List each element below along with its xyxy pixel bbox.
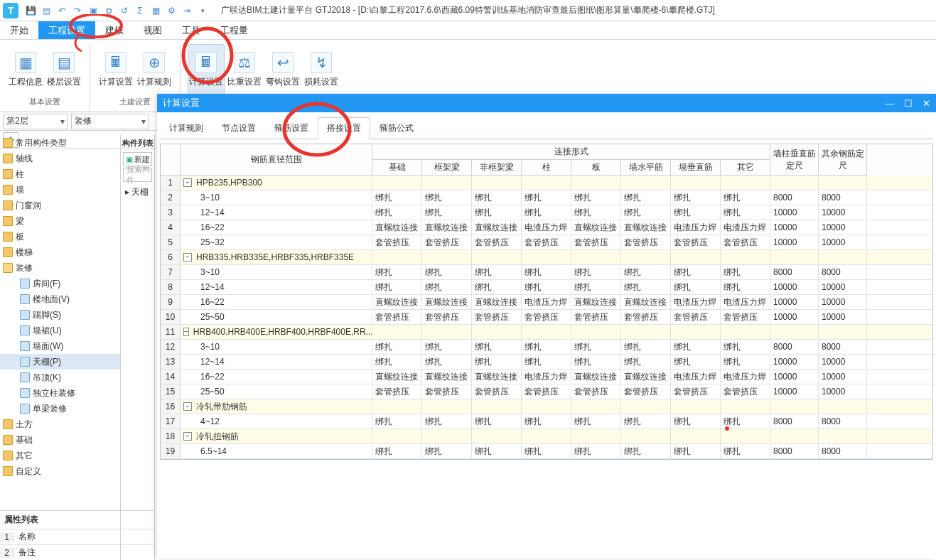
grid-row-10[interactable]: 1025~50套管挤压套管挤压套管挤压套管挤压套管挤压套管挤压套管挤压套管挤压1… xyxy=(161,310,932,325)
dropdown-icon[interactable]: ▾ xyxy=(197,5,208,16)
nav-楼地面(V)[interactable]: 楼地面(V) xyxy=(0,291,120,307)
nav-单梁装修[interactable]: 单梁装修 xyxy=(0,401,120,416)
folder-icon xyxy=(3,451,13,461)
search-component[interactable]: 搜索构件 xyxy=(123,168,152,182)
grid-icon[interactable]: ▦ xyxy=(150,5,161,16)
grid-row-13[interactable]: 1312~14绑扎绑扎绑扎绑扎绑扎绑扎绑扎绑扎1000010000 xyxy=(161,355,932,370)
tab-node[interactable]: 节点设置 xyxy=(213,117,265,139)
btn-hook[interactable]: ↩弯钩设置 xyxy=(264,44,301,95)
grid-row-5[interactable]: 525~32套管挤压套管挤压套管挤压套管挤压套管挤压套管挤压套管挤压套管挤压10… xyxy=(161,235,932,250)
rules-icon: ⊕ xyxy=(144,52,165,73)
menu-start[interactable]: 开始 xyxy=(0,21,38,39)
nav-其它[interactable]: 其它 xyxy=(0,448,120,463)
folder-icon xyxy=(3,185,13,195)
folder-icon xyxy=(20,310,30,320)
win-min-icon[interactable]: — xyxy=(885,98,894,109)
settings-icon[interactable]: ⚙ xyxy=(166,5,177,16)
btn-weight[interactable]: ⚖比重设置 xyxy=(226,44,263,95)
grid-row-11[interactable]: 11−HRB400,HRB400E,HRBF400,HRBF400E,RR... xyxy=(161,325,932,340)
grid-row-17[interactable]: 174~12绑扎绑扎绑扎绑扎绑扎绑扎绑扎绑扎80008000 xyxy=(161,414,932,429)
grid-row-7[interactable]: 73~10绑扎绑扎绑扎绑扎绑扎绑扎绑扎绑扎80008000 xyxy=(161,265,932,280)
btn-calc-rules[interactable]: ⊕计算规则 xyxy=(136,44,173,95)
redo-icon[interactable]: ↷ xyxy=(72,5,83,16)
btn-floor-settings[interactable]: ▤楼层设置 xyxy=(45,44,82,95)
nav-柱[interactable]: 柱 xyxy=(0,166,120,182)
grid-row-6[interactable]: 6−HRB335,HRB335E,HRBF335,HRBF335E xyxy=(161,250,932,265)
folder-icon xyxy=(3,200,13,210)
grid-row-12[interactable]: 123~10绑扎绑扎绑扎绑扎绑扎绑扎绑扎绑扎80008000 xyxy=(161,340,932,355)
menu-project-settings[interactable]: 工程设置 xyxy=(38,21,95,39)
grid-row-1[interactable]: 1−HPB235,HPB300 xyxy=(161,176,932,190)
grid-row-14[interactable]: 1416~22直螺纹连接直螺纹连接直螺纹连接电渣压力焊直螺纹连接直螺纹连接电渣压… xyxy=(161,370,932,384)
grid-row-19[interactable]: 196.5~14绑扎绑扎绑扎绑扎绑扎绑扎绑扎绑扎80008000 xyxy=(161,444,932,459)
annotation-dot xyxy=(725,426,729,431)
calc-tabs: 计算规则 节点设置 箍筋设置 搭接设置 箍筋公式 xyxy=(160,118,933,139)
nav-墙面(W)[interactable]: 墙面(W) xyxy=(0,338,120,354)
win-close-icon[interactable]: ✕ xyxy=(922,98,930,109)
tab-calc-rule[interactable]: 计算规则 xyxy=(160,117,213,139)
grid-row-18[interactable]: 18−冷轧扭钢筋 xyxy=(161,429,932,444)
grid-row-16[interactable]: 16−冷轧带肋钢筋 xyxy=(161,399,932,414)
grid-row-3[interactable]: 312~14绑扎绑扎绑扎绑扎绑扎绑扎绑扎绑扎1000010000 xyxy=(161,205,932,220)
sum-icon[interactable]: Σ xyxy=(134,5,146,16)
nav-楼梯[interactable]: 楼梯 xyxy=(0,244,120,260)
btn-calc-settings-civil[interactable]: 🖩计算设置 xyxy=(97,44,134,95)
menu-quantity[interactable]: 工程量 xyxy=(210,21,258,39)
btn-loss[interactable]: ↯损耗设置 xyxy=(303,44,340,95)
nav-土方[interactable]: 土方 xyxy=(0,416,120,432)
tree-icon[interactable]: ▣ xyxy=(87,5,99,16)
folder-icon xyxy=(3,232,13,242)
nav-门窗洞[interactable]: 门窗洞 xyxy=(0,198,120,213)
save-icon[interactable]: 💾 xyxy=(25,5,36,16)
grid-header: 钢筋直径范围 连接形式 基础 框架梁 非框架梁 柱 板 墙水平筋 墙垂直筋 其它 xyxy=(161,144,932,176)
win-max-icon[interactable]: ☐ xyxy=(904,98,913,109)
folder-icon xyxy=(3,247,13,257)
nav-基础[interactable]: 基础 xyxy=(0,432,120,448)
titlebar: T 💾 ▤ ↶ ↷ ▣ ⧉ ↺ Σ ▦ ⚙ ⇥ ▾ 广联达BIM土建计量平台 G… xyxy=(0,0,936,21)
folder-icon xyxy=(20,325,30,335)
menu-modeling[interactable]: 建模 xyxy=(95,21,134,39)
new-icon[interactable]: ▤ xyxy=(41,5,52,16)
tab-stirrup[interactable]: 箍筋设置 xyxy=(265,117,318,139)
loss-icon: ↯ xyxy=(311,52,332,73)
btn-calc-settings-rebar[interactable]: 🖩计算设置 xyxy=(188,44,225,95)
menu-view[interactable]: 视图 xyxy=(134,21,172,39)
nav-独立柱装修[interactable]: 独立柱装修 xyxy=(0,385,120,401)
nav-装修[interactable]: 装修 xyxy=(0,260,120,276)
component-tree-root[interactable]: ▸ 天棚 xyxy=(121,183,154,201)
nav-天棚(P)[interactable]: 天棚(P) xyxy=(0,354,120,370)
folder-icon xyxy=(3,263,13,273)
nav-房间(F)[interactable]: 房间(F) xyxy=(0,276,120,291)
btn-project-info[interactable]: ▦工程信息 xyxy=(7,44,44,95)
tab-formula[interactable]: 箍筋公式 xyxy=(370,117,423,139)
undo-icon[interactable]: ↶ xyxy=(56,5,68,16)
nav-自定义[interactable]: 自定义 xyxy=(0,463,120,479)
folder-icon xyxy=(20,388,30,398)
grid-row-8[interactable]: 812~14绑扎绑扎绑扎绑扎绑扎绑扎绑扎绑扎1000010000 xyxy=(161,280,932,295)
nav-常用构件类型[interactable]: 常用构件类型 xyxy=(0,135,120,151)
export-icon[interactable]: ⇥ xyxy=(181,5,193,16)
tab-lap[interactable]: 搭接设置 xyxy=(318,117,370,139)
grid-row-2[interactable]: 23~10绑扎绑扎绑扎绑扎绑扎绑扎绑扎绑扎80008000 xyxy=(161,190,932,205)
prop-row-1[interactable]: 1名称 xyxy=(0,529,155,544)
grid-row-9[interactable]: 916~22直螺纹连接直螺纹连接直螺纹连接电渣压力焊直螺纹连接直螺纹连接电渣压力… xyxy=(161,295,932,310)
folder-icon xyxy=(20,279,30,289)
nav-吊顶(K)[interactable]: 吊顶(K) xyxy=(0,370,120,385)
nav-轴线[interactable]: 轴线 xyxy=(0,151,120,166)
nav-踢脚(S)[interactable]: 踢脚(S) xyxy=(0,307,120,323)
floor-combo[interactable]: 第2层▾ xyxy=(3,114,68,129)
nav-墙裙(U)[interactable]: 墙裙(U) xyxy=(0,323,120,338)
nav-梁[interactable]: 梁 xyxy=(0,213,120,229)
grid-row-15[interactable]: 1525~50套管挤压套管挤压套管挤压套管挤压套管挤压套管挤压套管挤压套管挤压1… xyxy=(161,384,932,399)
copy-icon[interactable]: ⧉ xyxy=(103,5,114,16)
refresh-icon[interactable]: ↺ xyxy=(119,5,130,16)
folder-icon xyxy=(20,341,30,351)
folder-icon xyxy=(20,372,30,382)
category-combo[interactable]: 装修▾ xyxy=(71,114,149,129)
nav-墙[interactable]: 墙 xyxy=(0,182,120,198)
folder-icon xyxy=(3,169,13,179)
menu-tools[interactable]: 工具 xyxy=(172,21,210,39)
grid-row-4[interactable]: 416~22直螺纹连接直螺纹连接直螺纹连接电渣压力焊直螺纹连接直螺纹连接电渣压力… xyxy=(161,220,932,235)
prop-row-2[interactable]: 2备注 xyxy=(0,544,155,560)
nav-板[interactable]: 板 xyxy=(0,229,120,244)
